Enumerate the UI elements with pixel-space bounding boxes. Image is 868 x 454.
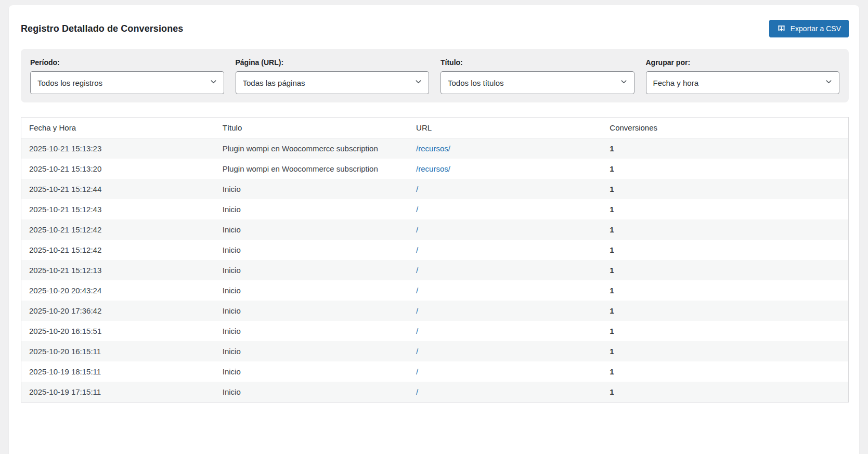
url-link[interactable]: /: [416, 347, 418, 356]
cell-title: Inicio: [215, 382, 408, 403]
url-link[interactable]: /: [416, 367, 418, 376]
cell-datetime: 2025-10-20 17:36:42: [21, 301, 215, 321]
cell-conversions: 1: [602, 341, 848, 361]
table-row: 2025-10-21 15:12:44Inicio/1: [21, 179, 849, 199]
filter-period-select[interactable]: Todos los registros: [30, 71, 224, 94]
column-header-conversions: Conversiones: [602, 118, 848, 138]
table-row: 2025-10-21 15:12:43Inicio/1: [21, 199, 849, 219]
cell-conversions: 1: [602, 219, 848, 240]
table-row: 2025-10-20 16:15:51Inicio/1: [21, 321, 849, 341]
table-row: 2025-10-20 20:43:24Inicio/1: [21, 280, 849, 301]
table-body: 2025-10-21 15:13:23Plugin wompi en Wooco…: [21, 138, 849, 403]
table-row: 2025-10-21 15:12:13Inicio/1: [21, 260, 849, 280]
cell-title: Inicio: [215, 301, 408, 321]
filter-title-select[interactable]: Todos los títulos: [441, 71, 634, 94]
cell-datetime: 2025-10-21 15:12:42: [21, 240, 215, 260]
table-row: 2025-10-19 17:15:11Inicio/1: [21, 382, 849, 403]
filter-group-by-label: Agrupar por:: [646, 58, 840, 67]
page-title: Registro Detallado de Conversiones: [21, 23, 183, 34]
url-link[interactable]: /: [416, 327, 418, 335]
filter-bar: Período: Todos los registros Página (URL…: [21, 49, 849, 102]
filter-page-url-select[interactable]: Todas las páginas: [236, 71, 430, 94]
conversions-table: Fecha y Hora Título URL Conversiones 202…: [21, 117, 849, 403]
cell-url: /: [408, 260, 602, 280]
filter-group-by: Agrupar por: Fecha y hora: [646, 58, 840, 94]
cell-url: /: [408, 361, 602, 382]
filter-page-url: Página (URL): Todas las páginas: [236, 58, 430, 94]
cell-url: /: [408, 321, 602, 341]
cell-datetime: 2025-10-20 16:15:51: [21, 321, 215, 341]
cell-datetime: 2025-10-21 15:12:43: [21, 199, 215, 219]
table-row: 2025-10-20 16:15:11Inicio/1: [21, 341, 849, 361]
cell-conversions: 1: [602, 179, 848, 199]
cell-title: Inicio: [215, 179, 408, 199]
cell-datetime: 2025-10-21 15:12:42: [21, 219, 215, 240]
filter-period-label: Período:: [30, 58, 224, 67]
cell-conversions: 1: [602, 321, 848, 341]
table-row: 2025-10-21 15:12:42Inicio/1: [21, 240, 849, 260]
table-header: Fecha y Hora Título URL Conversiones: [21, 118, 849, 138]
cell-conversions: 1: [602, 382, 848, 403]
panel-header: Registro Detallado de Conversiones Expor…: [21, 5, 849, 49]
filter-page-url-label: Página (URL):: [236, 58, 430, 67]
cell-title: Inicio: [215, 240, 408, 260]
cell-datetime: 2025-10-21 15:12:13: [21, 260, 215, 280]
download-icon: [777, 24, 786, 33]
cell-title: Inicio: [215, 219, 408, 240]
url-link[interactable]: /recursos/: [416, 144, 450, 153]
cell-title: Inicio: [215, 341, 408, 361]
cell-datetime: 2025-10-19 17:15:11: [21, 382, 215, 403]
cell-conversions: 1: [602, 199, 848, 219]
cell-url: /: [408, 199, 602, 219]
conversions-panel: Registro Detallado de Conversiones Expor…: [9, 5, 859, 454]
table-row: 2025-10-21 15:12:42Inicio/1: [21, 219, 849, 240]
url-link[interactable]: /: [416, 185, 418, 193]
cell-url: /recursos/: [408, 138, 602, 159]
cell-conversions: 1: [602, 159, 848, 179]
url-link[interactable]: /: [416, 205, 418, 214]
cell-conversions: 1: [602, 260, 848, 280]
cell-title: Plugin wompi en Woocommerce subscription: [215, 138, 408, 159]
cell-url: /: [408, 240, 602, 260]
cell-url: /: [408, 179, 602, 199]
cell-title: Inicio: [215, 260, 408, 280]
table-row: 2025-10-19 18:15:11Inicio/1: [21, 361, 849, 382]
url-link[interactable]: /recursos/: [416, 164, 450, 173]
cell-datetime: 2025-10-21 15:13:20: [21, 159, 215, 179]
url-link[interactable]: /: [416, 266, 418, 275]
url-link[interactable]: /: [416, 225, 418, 234]
cell-url: /: [408, 219, 602, 240]
cell-title: Inicio: [215, 199, 408, 219]
cell-url: /: [408, 280, 602, 301]
cell-title: Inicio: [215, 361, 408, 382]
cell-conversions: 1: [602, 301, 848, 321]
cell-datetime: 2025-10-20 16:15:11: [21, 341, 215, 361]
column-header-url: URL: [408, 118, 602, 138]
table-row: 2025-10-20 17:36:42Inicio/1: [21, 301, 849, 321]
cell-title: Inicio: [215, 280, 408, 301]
filter-period: Período: Todos los registros: [30, 58, 224, 94]
cell-url: /recursos/: [408, 159, 602, 179]
cell-datetime: 2025-10-21 15:13:23: [21, 138, 215, 159]
url-link[interactable]: /: [416, 306, 418, 315]
export-csv-button[interactable]: Exportar a CSV: [769, 20, 849, 37]
column-header-title: Título: [215, 118, 408, 138]
table-row: 2025-10-21 15:13:20Plugin wompi en Wooco…: [21, 159, 849, 179]
cell-title: Inicio: [215, 321, 408, 341]
cell-url: /: [408, 382, 602, 403]
cell-url: /: [408, 341, 602, 361]
cell-conversions: 1: [602, 361, 848, 382]
url-link[interactable]: /: [416, 387, 418, 396]
cell-conversions: 1: [602, 240, 848, 260]
cell-conversions: 1: [602, 280, 848, 301]
url-link[interactable]: /: [416, 245, 418, 254]
table-row: 2025-10-21 15:13:23Plugin wompi en Wooco…: [21, 138, 849, 159]
export-csv-label: Exportar a CSV: [791, 24, 841, 33]
url-link[interactable]: /: [416, 286, 418, 295]
cell-datetime: 2025-10-19 18:15:11: [21, 361, 215, 382]
filter-group-by-select[interactable]: Fecha y hora: [646, 71, 840, 94]
cell-datetime: 2025-10-21 15:12:44: [21, 179, 215, 199]
column-header-datetime: Fecha y Hora: [21, 118, 215, 138]
filter-title: Título: Todos los títulos: [441, 58, 634, 94]
cell-title: Plugin wompi en Woocommerce subscription: [215, 159, 408, 179]
